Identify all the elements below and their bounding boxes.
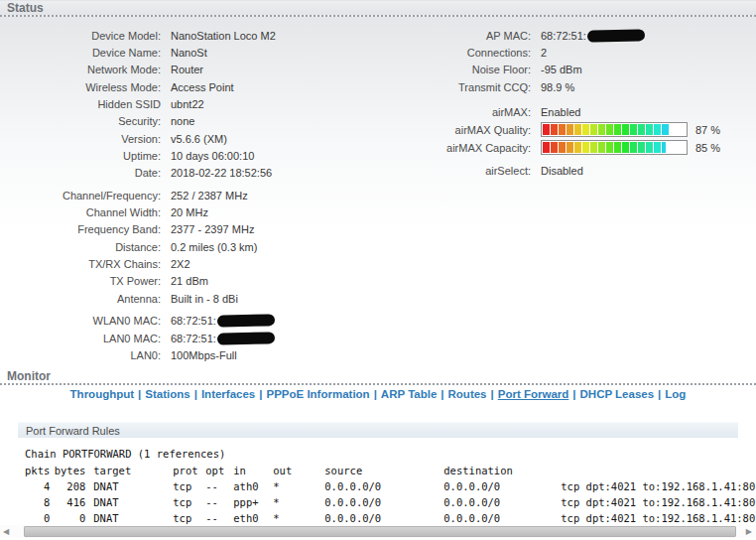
airmax-capacity-bar-segment bbox=[567, 142, 573, 153]
table-row: 00DNATtcp--eth0*0.0.0.0/00.0.0.0/0tcp dp… bbox=[25, 510, 755, 526]
field-value: 68:72:51: bbox=[171, 333, 275, 344]
table-cell: DNAT bbox=[85, 478, 173, 494]
link-separator: | bbox=[441, 388, 443, 400]
field-value-text: 68:72:51: bbox=[541, 30, 586, 42]
field-label: Security: bbox=[0, 115, 161, 127]
field-value-text: Disabled bbox=[541, 165, 583, 177]
status-row: Wireless Mode:Access Point bbox=[0, 78, 427, 95]
field-label: AP MAC: bbox=[427, 30, 531, 42]
field-value: 68:72:51: bbox=[541, 30, 645, 42]
airmax-capacity-bar-segment bbox=[622, 142, 629, 153]
field-value-text: 20 MHz bbox=[171, 206, 208, 218]
status-row: LAN0:100Mbps-Full bbox=[0, 346, 427, 363]
scrollbar-right-arrow-icon[interactable]: ▶ bbox=[746, 526, 752, 537]
status-row: airMAX Quality:87 % bbox=[427, 121, 756, 139]
field-value-text: NanoSt bbox=[171, 47, 207, 59]
status-row: Version:v5.6.6 (XM) bbox=[0, 130, 427, 147]
table-cell: tcp dpt:4021 to:192.168.1.41:80 bbox=[561, 510, 755, 526]
status-row: Security:none bbox=[0, 113, 427, 130]
table-cell: 0.0.0.0/0 bbox=[443, 478, 561, 494]
airmax-quality-bar-segment bbox=[567, 124, 573, 135]
monitor-link-throughput[interactable]: Throughput bbox=[70, 388, 135, 400]
airmax-quality-bar-segment bbox=[614, 124, 621, 135]
field-value: 85 % bbox=[541, 140, 720, 155]
status-group: airSelect:Disabled bbox=[427, 163, 756, 180]
airmax-capacity-bar-segment bbox=[606, 142, 613, 153]
status-section-title: Status bbox=[7, 1, 44, 15]
field-label: Channel Width: bbox=[0, 206, 161, 218]
status-row: Transmit CCQ:98.9 % bbox=[427, 78, 756, 95]
link-separator: | bbox=[572, 388, 575, 400]
airmax-quality-bar-segment bbox=[582, 124, 589, 135]
airmax-capacity-bar-segment bbox=[646, 142, 653, 153]
field-label: Version: bbox=[0, 133, 161, 145]
scrollbar-thumb[interactable] bbox=[24, 526, 736, 537]
field-value: 98.9 % bbox=[541, 81, 574, 93]
status-row: Distance:0.2 miles (0.3 km) bbox=[0, 238, 427, 255]
field-value: 0.2 miles (0.3 km) bbox=[171, 241, 257, 253]
field-label: Frequency Band: bbox=[0, 223, 161, 235]
link-separator: | bbox=[658, 388, 661, 400]
airmax-capacity-bar-segment bbox=[662, 142, 666, 153]
table-cell: tcp bbox=[173, 510, 205, 526]
horizontal-scrollbar[interactable]: ◀ ▶ bbox=[0, 525, 756, 538]
monitor-section-header: Monitor bbox=[0, 369, 756, 385]
table-cell: 8 bbox=[25, 494, 50, 510]
table-cell: bytes bbox=[50, 463, 85, 478]
status-row: LAN0 MAC:68:72:51: bbox=[0, 330, 427, 346]
airmax-capacity-bar-segment bbox=[638, 142, 645, 153]
field-value: Router bbox=[171, 64, 203, 75]
airmax-quality-bar-percent-label: 87 % bbox=[695, 124, 720, 136]
monitor-link-stations[interactable]: Stations bbox=[145, 388, 189, 400]
field-value: 68:72:51: bbox=[171, 315, 275, 327]
monitor-link-arp-table[interactable]: ARP Table bbox=[381, 388, 437, 400]
table-cell: * bbox=[273, 478, 324, 494]
chain-line: Chain PORTFORWARD (1 references) bbox=[25, 448, 225, 460]
field-value: 252 / 2387 MHz bbox=[171, 190, 248, 202]
status-row: TX/RX Chains:2X2 bbox=[0, 255, 427, 272]
airmax-capacity-bar-segment bbox=[559, 142, 566, 153]
field-label: Antenna: bbox=[0, 293, 161, 305]
table-cell: -- bbox=[205, 478, 233, 494]
field-value: ubnt22 bbox=[171, 98, 204, 110]
status-group: AP MAC:68:72:51:Connections:2Noise Floor… bbox=[427, 27, 756, 95]
table-cell: * bbox=[273, 494, 324, 510]
airmax-capacity-bar-segment bbox=[614, 142, 621, 153]
scrollbar-left-arrow-icon[interactable]: ◀ bbox=[3, 526, 9, 537]
airmax-capacity-bar-percent-label: 85 % bbox=[695, 142, 720, 154]
airmax-quality-bar-segment bbox=[543, 124, 550, 135]
field-value-text: 2 bbox=[541, 47, 547, 59]
monitor-link-log[interactable]: Log bbox=[665, 388, 686, 400]
airmax-capacity-bar-segment bbox=[551, 142, 558, 153]
status-row: WLAN0 MAC:68:72:51: bbox=[0, 313, 427, 330]
monitor-link-dhcp-leases[interactable]: DHCP Leases bbox=[580, 388, 655, 400]
field-value-text: 68:72:51: bbox=[171, 315, 216, 327]
field-value: 2377 - 2397 MHz bbox=[171, 223, 254, 235]
table-cell: tcp dpt:4021 to:192.168.1.41:80 bbox=[561, 478, 755, 494]
monitor-link-port-forward[interactable]: Port Forward bbox=[498, 388, 569, 400]
field-value-text: 98.9 % bbox=[541, 81, 574, 93]
airmax-capacity-bar-fill bbox=[542, 141, 666, 154]
monitor-link-routes[interactable]: Routes bbox=[448, 388, 487, 400]
mac-redaction bbox=[217, 332, 275, 345]
table-cell bbox=[561, 463, 755, 478]
airmax-capacity-bar-segment bbox=[574, 142, 581, 153]
status-group: WLAN0 MAC:68:72:51:LAN0 MAC:68:72:51:LAN… bbox=[0, 313, 427, 364]
airmax-capacity-bar-segment bbox=[543, 142, 550, 153]
table-cell: tcp dpt:4021 to:192.168.1.41:80 bbox=[561, 494, 755, 510]
field-label: TX Power: bbox=[0, 275, 161, 287]
monitor-link-pppoe-information[interactable]: PPPoE Information bbox=[266, 388, 369, 400]
airmax-quality-bar bbox=[541, 122, 688, 137]
status-row: Device Model:NanoStation Loco M2 bbox=[0, 27, 427, 44]
field-label: LAN0 MAC: bbox=[0, 333, 161, 344]
table-cell: tcp bbox=[173, 478, 205, 494]
link-separator: | bbox=[138, 388, 141, 400]
airmax-quality-bar-fill bbox=[542, 123, 669, 136]
airmax-quality-bar-segment bbox=[574, 124, 581, 135]
field-label: Noise Floor: bbox=[427, 64, 531, 75]
monitor-link-interfaces[interactable]: Interfaces bbox=[201, 388, 255, 400]
link-separator: | bbox=[259, 388, 262, 400]
table-cell: 0 bbox=[25, 510, 50, 526]
field-value: Disabled bbox=[541, 165, 583, 177]
field-value: 100Mbps-Full bbox=[171, 349, 237, 361]
